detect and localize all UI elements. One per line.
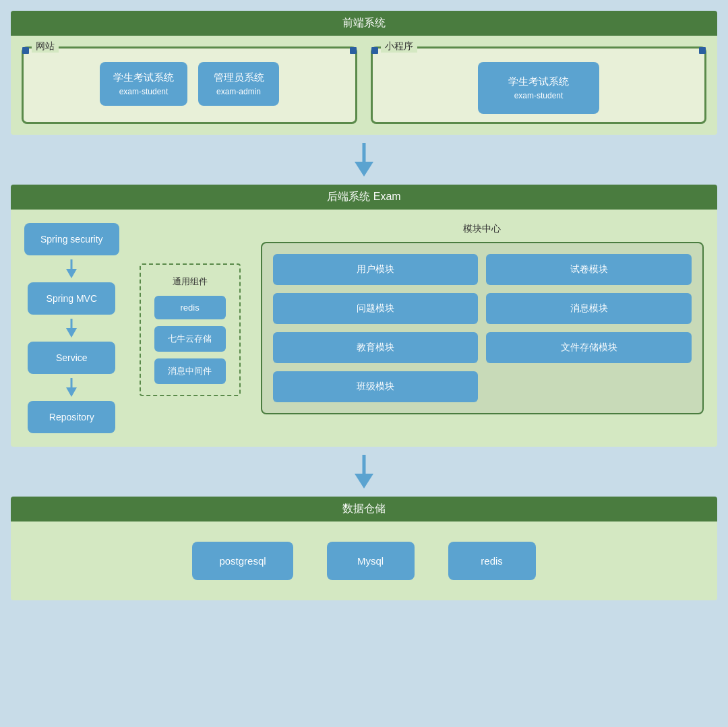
- service-box: Service: [28, 342, 115, 374]
- module-center-label: 模块中心: [261, 223, 704, 235]
- datastorage-section: 数据仓储 postgresql Mysql redis: [11, 497, 717, 600]
- svg-marker-9: [355, 474, 373, 488]
- exam-student-box-mini: 学生考试系统 exam-student: [478, 62, 599, 114]
- redis-common: redis: [154, 296, 226, 319]
- miniapp-panel: 小程序 学生考试系统 exam-student: [371, 46, 706, 124]
- datastorage-body: postgresql Mysql redis: [11, 521, 717, 600]
- arrow-backend-to-data: [11, 447, 717, 497]
- repository-box: Repository: [28, 401, 115, 433]
- exam-student-box-web: 学生考试系统 exam-student: [100, 62, 187, 106]
- miniapp-label: 小程序: [381, 40, 417, 53]
- website-panel: 网站 学生考试系统 exam-student 管理员系统 exam-admin: [22, 46, 357, 124]
- module-center: 模块中心 用户模块 试卷模块 问题模块 消息模块: [261, 223, 704, 414]
- module-grid-wrapper: 用户模块 试卷模块 问题模块 消息模块 教育模块: [261, 242, 704, 414]
- chain-arrow-1: [65, 255, 78, 282]
- arrow-frontend-to-backend: [11, 135, 717, 185]
- website-label: 网站: [32, 40, 59, 53]
- common-label: 通用组件: [154, 276, 226, 288]
- frontend-header: 前端系统: [11, 11, 717, 36]
- backend-header: 后端系统 Exam: [11, 185, 717, 210]
- education-module: 教育模块: [273, 332, 479, 363]
- website-inner: 学生考试系统 exam-student 管理员系统 exam-admin: [32, 57, 347, 106]
- spring-mvc-box: Spring MVC: [28, 282, 115, 315]
- main-diagram: 前端系统 网站 学生考试系统 exam-student 管理员系统 exam-a…: [11, 11, 717, 600]
- redis-db-box: redis: [448, 542, 536, 580]
- frontend-section: 前端系统 网站 学生考试系统 exam-student 管理员系统 exam-a…: [11, 11, 717, 135]
- chain-column: Spring security Spring MVC: [24, 223, 119, 433]
- svg-marker-7: [66, 387, 77, 397]
- message-module: 消息模块: [486, 293, 692, 324]
- spring-security-box: Spring security: [24, 223, 119, 255]
- postgresql-box: postgresql: [192, 542, 293, 580]
- common-components: 通用组件 redis 七牛云存储 消息中间件: [140, 263, 241, 396]
- miniapp-inner: 学生考试系统 exam-student: [381, 57, 696, 114]
- common-items-list: redis 七牛云存储 消息中间件: [154, 296, 226, 384]
- module-grid: 用户模块 试卷模块 问题模块 消息模块 教育模块: [273, 254, 692, 402]
- chain-arrow-3: [65, 374, 78, 401]
- exam-admin-box: 管理员系统 exam-admin: [198, 62, 279, 106]
- class-module: 班级模块: [273, 371, 479, 402]
- svg-marker-5: [66, 328, 77, 338]
- backend-section: 后端系统 Exam Spring security Spring MVC: [11, 185, 717, 447]
- qiniu-common: 七牛云存储: [154, 326, 226, 352]
- user-module: 用户模块: [273, 254, 479, 285]
- question-module: 问题模块: [273, 293, 479, 324]
- mysql-box: Mysql: [327, 542, 415, 580]
- exam-module: 试卷模块: [486, 254, 692, 285]
- frontend-body: 网站 学生考试系统 exam-student 管理员系统 exam-admin …: [11, 36, 717, 135]
- datastorage-header: 数据仓储: [11, 497, 717, 521]
- filestorage-module: 文件存储模块: [486, 332, 692, 363]
- backend-body: Spring security Spring MVC: [11, 210, 717, 447]
- svg-marker-3: [66, 269, 77, 278]
- chain-arrow-2: [65, 315, 78, 342]
- svg-marker-1: [355, 162, 373, 177]
- mq-common: 消息中间件: [154, 358, 226, 384]
